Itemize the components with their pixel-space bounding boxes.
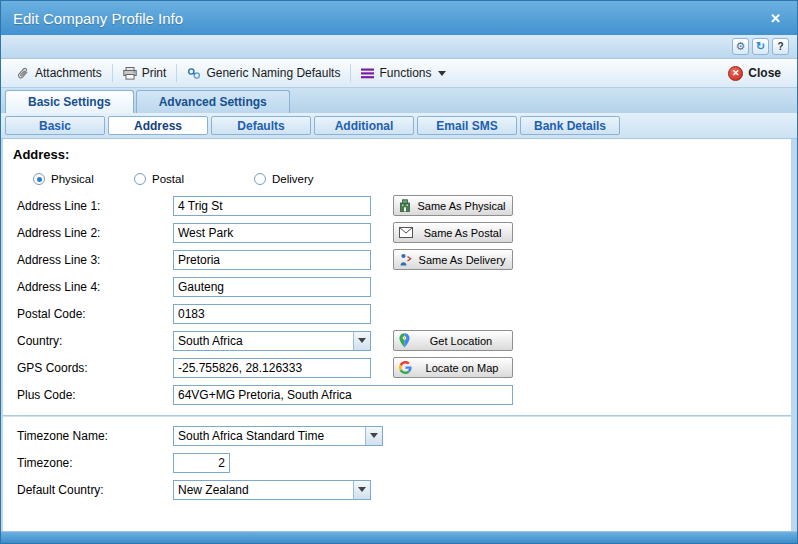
get-location-button[interactable]: Get Location — [393, 330, 513, 351]
radio-postal-icon[interactable] — [134, 173, 146, 185]
tab-address[interactable]: Address — [108, 116, 208, 135]
close-label: Close — [748, 66, 781, 80]
same-as-delivery-label: Same As Delivery — [417, 254, 507, 266]
same-as-postal-button[interactable]: Same As Postal — [393, 222, 513, 243]
attachments-button[interactable]: Attachments — [9, 61, 110, 85]
same-as-delivery-button[interactable]: Same As Delivery — [393, 249, 513, 270]
postal-code-label: Postal Code: — [17, 307, 173, 321]
gps-coords-label: GPS Coords: — [17, 361, 173, 375]
default-country-row: Default Country: New Zealand — [3, 476, 791, 503]
close-circle-icon: ✕ — [728, 66, 743, 81]
country-value: South Africa — [174, 332, 353, 350]
window-title: Edit Company Profile Info — [13, 10, 766, 27]
naming-defaults-icon — [187, 67, 201, 80]
sub-tab-bar: Basic Address Defaults Additional Email … — [1, 113, 797, 139]
country-row: Country: South Africa Get Location — [3, 327, 791, 354]
tab-basic[interactable]: Basic — [5, 116, 105, 135]
timezone-name-label: Timezone Name: — [17, 429, 173, 443]
tab-basic-settings[interactable]: Basic Settings — [5, 90, 134, 113]
refresh-button[interactable]: ↻ — [752, 38, 769, 55]
default-country-select[interactable]: New Zealand — [173, 480, 371, 500]
radio-postal[interactable]: Postal — [134, 173, 254, 185]
country-dropdown-arrow[interactable] — [353, 332, 370, 350]
edit-company-profile-window: Edit Company Profile Info ✕ ⚙ ↻ ? Attach… — [0, 0, 798, 544]
functions-menu-button[interactable]: Functions — [353, 61, 454, 85]
chevron-down-icon — [358, 338, 366, 343]
plus-code-input[interactable] — [173, 385, 513, 405]
country-label: Country: — [17, 334, 173, 348]
main-toolbar: Attachments Print Generic Naming Default… — [1, 59, 797, 88]
print-button[interactable]: Print — [115, 61, 175, 85]
postal-code-input[interactable] — [173, 304, 371, 324]
default-country-label: Default Country: — [17, 483, 173, 497]
tab-bank-details[interactable]: Bank Details — [520, 116, 620, 135]
radio-delivery-icon[interactable] — [254, 173, 266, 185]
postal-code-row: Postal Code: — [3, 300, 791, 327]
address-line-2-input[interactable] — [173, 223, 371, 243]
gear-icon: ⚙ — [736, 41, 746, 52]
same-as-postal-label: Same As Postal — [418, 227, 507, 239]
gps-coords-input[interactable] — [173, 358, 371, 378]
close-button[interactable]: ✕ Close — [720, 61, 789, 85]
toolbar-separator — [350, 64, 351, 82]
window-bottom-edge — [1, 531, 797, 543]
address-line-3-row: Address Line 3: Same As Delivery — [3, 246, 791, 273]
generic-naming-defaults-button[interactable]: Generic Naming Defaults — [179, 61, 348, 85]
settings-tab-bar: Basic Settings Advanced Settings — [1, 88, 797, 113]
content-wrap: Address: Physical Postal Delivery Addres… — [1, 139, 797, 531]
print-label: Print — [142, 66, 167, 80]
address-line-1-input[interactable] — [173, 196, 371, 216]
get-location-label: Get Location — [415, 335, 507, 347]
address-line-4-row: Address Line 4: — [3, 273, 791, 300]
plus-code-label: Plus Code: — [17, 388, 173, 402]
envelope-icon — [399, 227, 413, 238]
toolbar-separator — [176, 64, 177, 82]
address-line-4-input[interactable] — [173, 277, 371, 297]
timezone-row: Timezone: — [3, 449, 791, 476]
timezone-input[interactable] — [173, 453, 230, 473]
radio-physical[interactable]: Physical — [33, 173, 134, 185]
address-line-2-row: Address Line 2: Same As Postal — [3, 219, 791, 246]
chevron-down-icon — [370, 433, 378, 438]
address-line-3-input[interactable] — [173, 250, 371, 270]
address-line-1-row: Address Line 1: Same As Physical — [3, 192, 791, 219]
default-country-value: New Zealand — [174, 481, 353, 499]
help-button[interactable]: ? — [772, 38, 789, 55]
radio-physical-icon[interactable] — [33, 173, 45, 185]
radio-delivery[interactable]: Delivery — [254, 173, 314, 185]
window-close-icon[interactable]: ✕ — [766, 9, 785, 28]
section-divider — [3, 415, 791, 417]
timezone-name-select[interactable]: South Africa Standard Time — [173, 426, 383, 446]
radio-postal-label: Postal — [152, 173, 184, 185]
default-country-dropdown-arrow[interactable] — [353, 481, 370, 499]
help-icon: ? — [777, 42, 783, 52]
title-bar: Edit Company Profile Info ✕ — [1, 1, 797, 35]
tab-email-sms[interactable]: Email SMS — [417, 116, 517, 135]
radio-physical-label: Physical — [51, 173, 94, 185]
tab-additional[interactable]: Additional — [314, 116, 414, 135]
address-panel: Address: Physical Postal Delivery Addres… — [3, 139, 791, 531]
timezone-name-value: South Africa Standard Time — [174, 427, 365, 445]
delivery-person-icon — [399, 253, 412, 266]
utility-icon-strip: ⚙ ↻ ? — [1, 35, 797, 59]
building-icon — [399, 199, 411, 212]
paperclip-icon — [17, 67, 30, 80]
radio-delivery-label: Delivery — [272, 173, 314, 185]
attachments-label: Attachments — [35, 66, 102, 80]
address-line-1-label: Address Line 1: — [17, 199, 173, 213]
country-select[interactable]: South Africa — [173, 331, 371, 351]
same-as-physical-button[interactable]: Same As Physical — [393, 195, 513, 216]
chevron-down-icon — [438, 71, 446, 76]
tab-advanced-settings[interactable]: Advanced Settings — [136, 90, 290, 113]
address-section-title: Address: — [3, 145, 791, 166]
timezone-name-dropdown-arrow[interactable] — [365, 427, 382, 445]
locate-on-map-button[interactable]: Locate on Map — [393, 357, 513, 378]
same-as-physical-label: Same As Physical — [416, 200, 507, 212]
address-line-2-label: Address Line 2: — [17, 226, 173, 240]
tab-defaults[interactable]: Defaults — [211, 116, 311, 135]
address-type-radio-group: Physical Postal Delivery — [3, 166, 791, 192]
printer-icon — [123, 67, 137, 80]
gps-coords-row: GPS Coords: Locate on Map — [3, 354, 791, 381]
settings-gear-button[interactable]: ⚙ — [732, 38, 749, 55]
functions-menu-icon — [361, 68, 374, 79]
